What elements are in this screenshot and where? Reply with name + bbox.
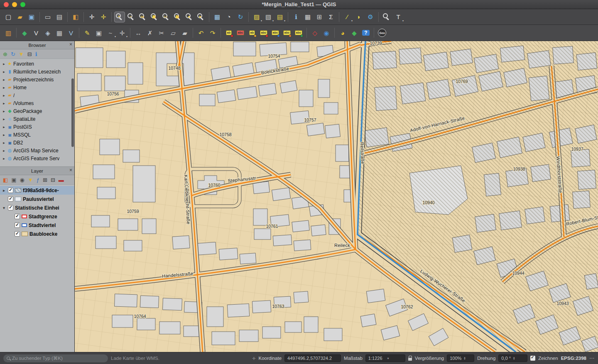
new-project-icon[interactable]: ▢	[3, 12, 14, 22]
pin-unpin-labels-icon[interactable]: ab	[247, 27, 257, 38]
maximize-window-button[interactable]	[20, 2, 25, 7]
coordinate-input[interactable]	[284, 354, 341, 362]
open-layer-styling-icon[interactable]: ◧	[3, 177, 8, 183]
scale-combobox[interactable]: 1:1226 ▾	[365, 354, 405, 362]
layer-item-statistische-einhei[interactable]: ▾Statistische Einhei	[0, 203, 74, 212]
browser-item-geopackage[interactable]: ▸◆GeoPackage	[0, 107, 74, 115]
zoom-next-icon[interactable]: ▸	[196, 12, 206, 22]
undo-icon[interactable]: ↶	[196, 27, 206, 38]
expander-icon[interactable]: ▸	[2, 149, 6, 153]
new-geopackage-layer-icon[interactable]: ◆	[19, 27, 30, 38]
zoom-in-icon[interactable]: +	[114, 12, 125, 22]
expander-icon[interactable]: ▸	[2, 86, 6, 90]
zoom-full-extent-icon[interactable]: ▭	[137, 12, 148, 22]
pan-map-icon[interactable]: ✛	[86, 12, 97, 22]
new-virtual-layer-icon[interactable]: V	[66, 27, 76, 38]
new-print-layout-icon[interactable]: ▭	[42, 12, 53, 22]
expander-icon[interactable]: ▸	[2, 141, 6, 145]
change-label-properties-icon[interactable]: abc	[293, 27, 304, 38]
scale-lock-icon[interactable]	[408, 358, 412, 361]
field-calculator-icon[interactable]: ⊞	[314, 12, 325, 22]
expand-all-icon[interactable]: ⊞	[43, 177, 47, 183]
filter-by-expression-icon[interactable]: ƒ	[37, 177, 39, 183]
crs-status-button[interactable]: EPSG:2398	[561, 356, 586, 361]
locator-search-input[interactable]	[12, 356, 105, 361]
expander-icon[interactable]: ▸	[2, 188, 6, 193]
map-tips-icon[interactable]: ◗	[353, 12, 364, 22]
highlight-pinned-labels-icon[interactable]: abc	[258, 27, 269, 38]
mouse-position-icon[interactable]: ✛	[252, 356, 255, 361]
zoom-to-layer-icon[interactable]: ▤	[172, 12, 183, 22]
layer-item-stadtgrenze[interactable]: Stadtgrenze	[0, 212, 74, 221]
paste-features-icon[interactable]: ▰	[179, 27, 190, 38]
plugin-yellow-icon[interactable]: ◕	[337, 27, 348, 38]
open-project-icon[interactable]: ▰	[15, 12, 25, 22]
refresh-browser-icon[interactable]: ↻	[11, 51, 15, 57]
deselect-features-icon[interactable]: ▧▾	[263, 12, 274, 22]
copy-features-icon[interactable]: ▱	[168, 27, 179, 38]
expander-icon[interactable]: ▾	[2, 206, 6, 210]
measure-icon[interactable]: ∕▾	[342, 12, 353, 22]
layer-item-baubloecke[interactable]: Baubloecke	[0, 230, 74, 238]
rotate-label-icon[interactable]: abc	[282, 27, 292, 38]
identify-features-icon[interactable]: ℹ	[291, 12, 301, 22]
locator-search[interactable]	[3, 354, 108, 362]
collapse-all-icon[interactable]: ⊟	[27, 51, 32, 57]
expander-icon[interactable]: ▸	[2, 109, 6, 113]
browser-item-projektverzeichnis[interactable]: ▸▰Projektverzeichnis	[0, 76, 74, 83]
browser-item-postgis[interactable]: ▸◙PostGIS	[0, 123, 74, 131]
expander-icon[interactable]: ▸	[2, 117, 6, 121]
mergin-project-icon[interactable]: ◇	[309, 27, 320, 38]
expander-icon[interactable]: ▸	[2, 78, 6, 82]
new-shapefile-layer-icon[interactable]: V	[31, 27, 42, 38]
statistical-summary-icon[interactable]: Σ	[326, 12, 336, 22]
pan-to-selection-icon[interactable]: ✛	[98, 12, 109, 22]
browser-scrollbar[interactable]	[71, 78, 74, 147]
filter-browser-icon[interactable]: ▼	[19, 51, 24, 57]
text-annotation-icon[interactable]: T▾	[393, 12, 404, 22]
minimize-window-button[interactable]	[12, 2, 17, 7]
filter-legend-icon[interactable]: ▼	[28, 177, 33, 183]
layer-visibility-checkbox[interactable]	[8, 205, 13, 210]
rotation-spinbox[interactable]: 0,0 ° ▲▼	[498, 354, 527, 362]
data-source-manager-icon[interactable]: ▥	[3, 27, 14, 38]
browser-item-mssql[interactable]: ▸◙MSSQL	[0, 131, 74, 139]
spinner-arrows-icon[interactable]: ▲▼	[513, 357, 515, 360]
expander-icon[interactable]: ▸	[2, 93, 6, 98]
spinner-arrows-icon[interactable]: ▲▼	[463, 357, 466, 360]
browser-item-arcgis-feature-serv[interactable]: ▸◍ArcGIS Feature Serv	[0, 154, 74, 162]
collapse-all-icon[interactable]: ⊟	[51, 177, 55, 183]
expander-icon[interactable]: ▸	[2, 156, 6, 161]
layer-visibility-checkbox[interactable]	[8, 188, 13, 193]
locator-search-icon[interactable]	[381, 12, 392, 22]
messages-icon[interactable]: ⋯	[589, 355, 595, 361]
layer-diagram-options-icon[interactable]: abc	[235, 27, 246, 38]
magnifier-spinbox[interactable]: 100% ▲▼	[447, 354, 474, 362]
move-label-icon[interactable]: abc	[270, 27, 281, 38]
browser-item-[interactable]: ▸▰/	[0, 91, 74, 99]
layout-manager-icon[interactable]: ▤	[54, 12, 65, 22]
select-features-icon[interactable]: ▨▾	[251, 12, 262, 22]
add-group-icon[interactable]: ▣	[11, 177, 16, 183]
expander-icon[interactable]: ▸	[2, 101, 6, 105]
browser-item-home[interactable]: ▸▰Home	[0, 83, 74, 91]
temporal-controller-icon[interactable]: ◔	[223, 12, 234, 22]
layer-visibility-checkbox[interactable]	[15, 222, 20, 228]
processing-toolbox-icon[interactable]: ⚙	[365, 12, 376, 22]
close-panel-icon[interactable]: ×	[69, 42, 72, 47]
style-manager-icon[interactable]: ◧	[70, 12, 81, 22]
expander-icon[interactable]: ▸	[2, 125, 6, 129]
mergin-browser-icon[interactable]: ◉	[321, 27, 332, 38]
add-selected-layers-icon[interactable]: ⊕	[3, 51, 7, 57]
digitize-with-curve-icon[interactable]: ~▾	[105, 27, 116, 38]
expander-icon[interactable]: ▸	[2, 133, 6, 137]
save-project-icon[interactable]: ▣	[26, 12, 37, 22]
zoom-to-selection-icon[interactable]: ▣	[149, 12, 160, 22]
close-panel-icon[interactable]: ×	[69, 168, 72, 173]
vertex-tool-icon[interactable]: ✛▾	[117, 27, 127, 38]
new-spatialite-layer-icon[interactable]: ◈	[42, 27, 53, 38]
browser-item-r-umliche-lesezeich[interactable]: ▸▮Räumliche Lesezeich	[0, 68, 74, 76]
browser-item-db2[interactable]: ▸◙DB2	[0, 139, 74, 147]
toggle-editing-icon[interactable]: ✎	[82, 27, 93, 38]
browser-item-arcgis-map-service[interactable]: ▸◍ArcGIS Map Service	[0, 147, 74, 154]
